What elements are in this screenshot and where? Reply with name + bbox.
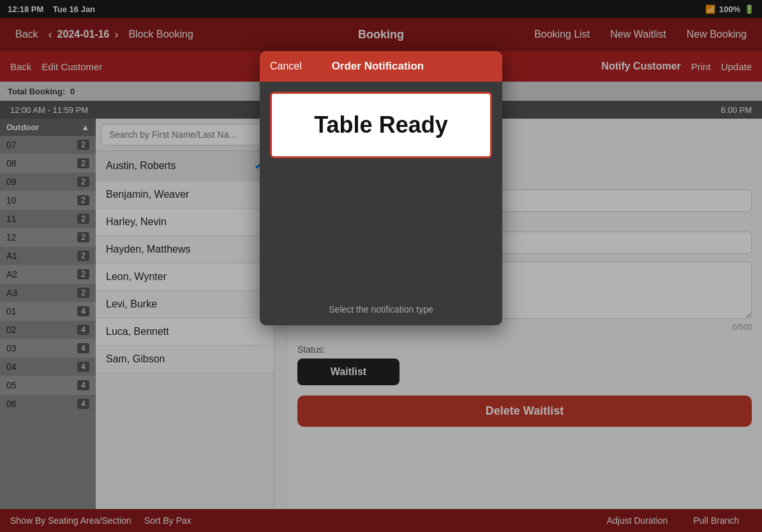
modal-message-text: Table Ready (314, 112, 447, 138)
modal-cancel-button[interactable]: Cancel (270, 61, 302, 72)
modal-overlay: Cancel Order Notification Table Ready Se… (0, 0, 762, 532)
modal-container: Cancel Order Notification Table Ready Se… (260, 51, 502, 325)
modal-dark-area (260, 168, 502, 296)
modal-message-box[interactable]: Table Ready (270, 92, 492, 158)
modal-footer-text: Select the notification type (329, 304, 433, 314)
modal-header: Cancel Order Notification (260, 51, 502, 82)
modal-title: Order Notification (332, 60, 424, 73)
modal-footer: Select the notification type (260, 296, 502, 325)
